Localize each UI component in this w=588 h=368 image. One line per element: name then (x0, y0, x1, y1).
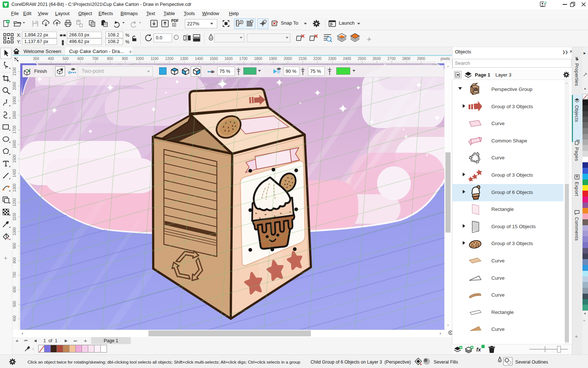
svg-text:pixels: pixels (441, 57, 450, 61)
svg-text:2200: 2200 (313, 57, 322, 61)
svg-text:600: 600 (12, 286, 17, 293)
svg-text:1900: 1900 (12, 96, 17, 105)
svg-text:500: 500 (12, 301, 17, 307)
svg-text:800: 800 (12, 257, 17, 263)
svg-text:1100: 1100 (151, 57, 159, 61)
svg-text:300: 300 (33, 57, 39, 61)
svg-text:400: 400 (48, 57, 54, 61)
svg-text:1700: 1700 (12, 125, 17, 134)
svg-text:2000: 2000 (12, 82, 17, 90)
svg-text:1600: 1600 (12, 140, 17, 148)
svg-text:2300: 2300 (328, 57, 337, 61)
svg-text:1800: 1800 (254, 57, 262, 61)
svg-text:1600: 1600 (225, 57, 233, 61)
svg-text:1300: 1300 (12, 183, 17, 192)
svg-text:1400: 1400 (195, 57, 203, 61)
svg-text:1300: 1300 (180, 57, 189, 61)
svg-text:800: 800 (107, 57, 113, 61)
svg-text:1000: 1000 (136, 57, 144, 61)
svg-text:900: 900 (12, 243, 17, 249)
svg-text:700: 700 (12, 272, 17, 278)
svg-text:1200: 1200 (12, 198, 17, 206)
svg-text:2000: 2000 (284, 57, 292, 61)
svg-text:2400: 2400 (343, 57, 351, 61)
svg-text:2500: 2500 (358, 57, 366, 61)
svg-text:2700: 2700 (387, 57, 396, 61)
svg-text:2100: 2100 (298, 57, 307, 61)
svg-text:1100: 1100 (12, 213, 17, 221)
svg-text:2600: 2600 (373, 57, 381, 61)
svg-text:700: 700 (92, 57, 98, 61)
svg-text:1000: 1000 (12, 227, 17, 236)
svg-text:600: 600 (78, 57, 84, 61)
svg-text:1500: 1500 (209, 57, 218, 61)
svg-text:900: 900 (122, 57, 128, 61)
svg-text:1800: 1800 (12, 111, 17, 119)
svg-text:2100: 2100 (12, 67, 17, 75)
svg-text:1700: 1700 (239, 57, 248, 61)
svg-text:1900: 1900 (269, 57, 277, 61)
svg-text:2900: 2900 (417, 57, 426, 61)
svg-text:1500: 1500 (12, 154, 17, 163)
svg-text:400: 400 (12, 315, 17, 322)
svg-text:1200: 1200 (165, 57, 174, 61)
svg-text:500: 500 (62, 57, 69, 61)
svg-text:2800: 2800 (402, 57, 410, 61)
svg-text:1400: 1400 (12, 169, 17, 177)
